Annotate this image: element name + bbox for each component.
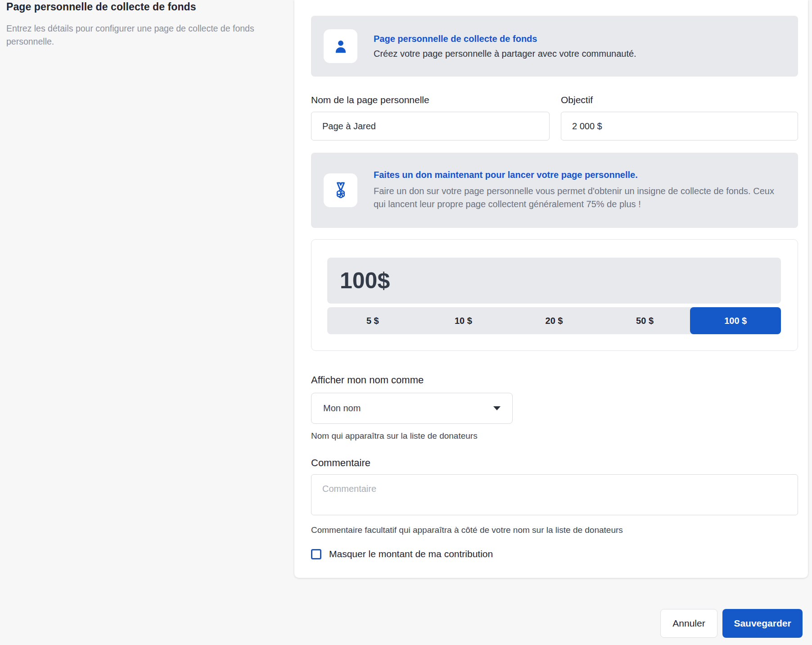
- hide-amount-label: Masquer le montant de ma contribution: [329, 549, 493, 559]
- form-footer: Annuler Sauvegarder: [660, 609, 803, 638]
- person-icon: [331, 37, 350, 56]
- goal-label: Objectif: [561, 95, 798, 105]
- display-name-label: Afficher mon nom comme: [311, 374, 798, 386]
- amount-options: 5 $10 $20 $50 $100 $: [327, 307, 781, 334]
- page-name-input[interactable]: [311, 112, 550, 141]
- page-title: Page personnelle de collecte de fonds: [6, 1, 276, 13]
- cancel-button[interactable]: Annuler: [660, 609, 717, 638]
- donation-banner-title: Faites un don maintenant pour lancer vot…: [374, 170, 785, 180]
- amount-option-5$[interactable]: 5 $: [327, 307, 418, 334]
- save-button[interactable]: Sauvegarder: [722, 609, 803, 638]
- amount-option-50$[interactable]: 50 $: [600, 307, 690, 334]
- amount-option-100$[interactable]: 100 $: [690, 307, 781, 334]
- selected-amount-display: 100$: [327, 258, 781, 304]
- page-description: Entrez les détails pour configurer une p…: [6, 22, 276, 49]
- info-banner: Page personnelle de collecte de fonds Cr…: [311, 16, 798, 77]
- donation-banner-description: Faire un don sur votre page personnelle …: [374, 185, 785, 211]
- donation-banner-text: Faites un don maintenant pour lancer vot…: [374, 170, 785, 211]
- info-banner-text: Page personnelle de collecte de fonds Cr…: [374, 34, 636, 59]
- chevron-down-icon: [493, 406, 501, 410]
- display-name-value: Mon nom: [323, 403, 361, 413]
- goal-input[interactable]: [561, 112, 798, 141]
- hide-amount-row: Masquer le montant de ma contribution: [311, 549, 798, 559]
- person-icon-tile: [324, 29, 357, 63]
- medal-icon: [331, 181, 351, 200]
- info-banner-title: Page personnelle de collecte de fonds: [374, 34, 636, 44]
- comment-helper: Commentaire facultatif qui apparaîtra à …: [311, 525, 798, 535]
- fields-row: Nom de la page personnelle Objectif: [311, 95, 798, 141]
- info-banner-description: Créez votre page personnelle à partager …: [374, 49, 636, 59]
- comment-input[interactable]: [311, 474, 798, 515]
- fundraising-form-panel: Page personnelle de collecte de fonds Cr…: [294, 0, 808, 578]
- display-name-select[interactable]: Mon nom: [311, 393, 513, 424]
- display-name-helper: Nom qui apparaîtra sur la liste de donat…: [311, 431, 798, 441]
- hide-amount-checkbox[interactable]: [311, 549, 321, 559]
- page-name-label: Nom de la page personnelle: [311, 95, 550, 105]
- page-name-field: Nom de la page personnelle: [311, 95, 550, 141]
- goal-field: Objectif: [561, 95, 798, 141]
- donation-banner: Faites un don maintenant pour lancer vot…: [311, 153, 798, 228]
- comment-label: Commentaire: [311, 457, 798, 469]
- donation-amount-card: 100$ 5 $10 $20 $50 $100 $: [311, 239, 798, 351]
- medal-icon-tile: [324, 173, 357, 207]
- settings-sidebar: Page personnelle de collecte de fonds En…: [0, 0, 294, 645]
- amount-option-20$[interactable]: 20 $: [509, 307, 600, 334]
- amount-option-10$[interactable]: 10 $: [418, 307, 509, 334]
